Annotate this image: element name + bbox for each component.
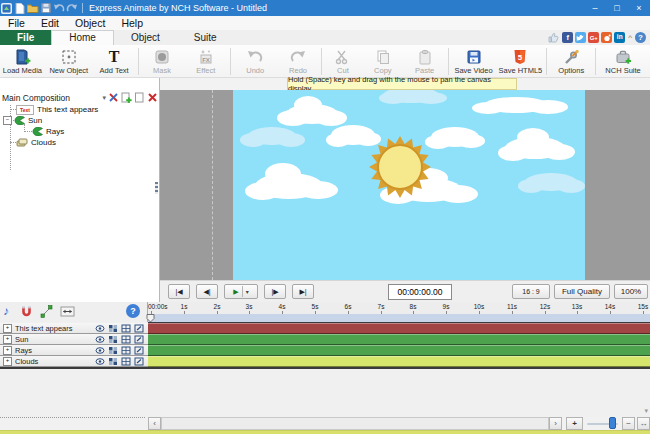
visibility-icon[interactable] — [95, 335, 105, 344]
save-project-icon[interactable] — [39, 2, 52, 14]
track-header[interactable]: + Clouds — [0, 356, 148, 367]
playhead-icon[interactable] — [146, 314, 156, 323]
audio-icon[interactable]: ♪ — [3, 304, 9, 318]
open-project-icon[interactable] — [26, 2, 39, 14]
scroll-down-icon[interactable]: ▾ — [644, 407, 648, 415]
add-composition-icon[interactable] — [120, 92, 132, 104]
linkedin-icon[interactable]: in — [614, 32, 625, 43]
isolate-icon[interactable] — [134, 324, 144, 333]
quality-icon[interactable] — [121, 346, 131, 355]
quality-icon[interactable] — [121, 357, 131, 366]
isolate-icon[interactable] — [134, 357, 144, 366]
hscroll-track[interactable] — [161, 417, 549, 430]
timeline-ruler[interactable]: 00:00s 1s 2s 3s 4s 5s 6s 7s 8s 9s 10s 11… — [148, 302, 650, 314]
zoom-out-button[interactable]: − — [622, 417, 635, 430]
expand-track-icon[interactable]: + — [3, 346, 12, 355]
quality-icon[interactable] — [121, 335, 131, 344]
track-header[interactable]: + Rays — [0, 345, 148, 356]
track-clip-bar[interactable] — [148, 323, 650, 334]
share-icon[interactable] — [601, 32, 612, 43]
scroll-left-button[interactable]: ‹ — [148, 417, 161, 430]
tab-suite[interactable]: Suite — [177, 30, 234, 45]
play-options-icon[interactable]: ▾ — [246, 288, 249, 295]
composition-panel: Main Composition ▾ Text This text appear… — [0, 78, 160, 302]
motion-blur-icon[interactable] — [108, 335, 118, 344]
new-project-icon[interactable] — [13, 2, 26, 14]
motion-blur-icon[interactable] — [108, 357, 118, 366]
like-icon[interactable] — [548, 32, 560, 43]
track-clip-bar[interactable] — [148, 345, 650, 356]
options-button[interactable]: Options — [549, 46, 593, 77]
composition-title[interactable]: Main Composition — [2, 93, 102, 103]
panel-splitter-grip[interactable] — [155, 182, 158, 194]
timecode-field[interactable] — [388, 284, 452, 300]
quality-button[interactable]: Full Quality — [554, 284, 610, 299]
new-composition-icon[interactable] — [133, 92, 145, 104]
motion-blur-icon[interactable] — [108, 346, 118, 355]
new-object-button[interactable]: New Object — [45, 46, 93, 77]
isolate-icon[interactable] — [134, 335, 144, 344]
track-clip-bar[interactable] — [148, 334, 650, 345]
save-video-button[interactable]: Save Video — [451, 46, 497, 77]
close-composition-icon[interactable] — [107, 92, 119, 104]
track-header[interactable]: + This text appears — [0, 323, 148, 334]
track-clip-bar[interactable] — [148, 356, 650, 367]
expand-track-icon[interactable]: + — [3, 324, 12, 333]
googleplus-icon[interactable]: G+ — [588, 32, 599, 43]
close-button[interactable]: × — [628, 0, 650, 16]
menu-help[interactable]: Help — [113, 17, 151, 29]
delete-composition-icon[interactable] — [146, 92, 158, 104]
twitter-icon[interactable] — [575, 32, 586, 43]
next-frame-button[interactable]: |▶ — [264, 284, 286, 299]
canvas-zoom-button[interactable]: 100% — [614, 284, 648, 299]
timeline-scrub-band[interactable] — [148, 314, 650, 323]
go-to-end-button[interactable]: ▶| — [292, 284, 314, 299]
collapse-ribbon-icon[interactable]: ^ — [628, 33, 632, 42]
fit-timeline-icon[interactable] — [60, 305, 75, 320]
load-media-button[interactable]: Load Media — [0, 46, 45, 77]
tab-object[interactable]: Object — [114, 30, 177, 45]
collapse-node-icon[interactable]: − — [3, 116, 12, 125]
previous-frame-button[interactable]: ◀| — [196, 284, 218, 299]
tab-home[interactable]: Home — [51, 30, 114, 45]
timeline-splitter[interactable] — [0, 417, 145, 418]
facebook-icon[interactable]: f — [562, 32, 573, 43]
layer-item-clouds[interactable]: Clouds — [16, 137, 56, 148]
add-text-button[interactable]: T Add Text — [93, 46, 136, 77]
layer-item-rays[interactable]: Rays — [32, 126, 64, 137]
expand-track-icon[interactable]: + — [3, 357, 12, 366]
menu-object[interactable]: Object — [67, 17, 113, 29]
layer-item-sun[interactable]: − Sun — [3, 115, 42, 126]
aspect-ratio-button[interactable]: 16 : 9 — [512, 284, 550, 299]
keyframes-icon[interactable] — [40, 305, 53, 320]
menu-file[interactable]: File — [0, 17, 33, 29]
save-html5-button[interactable]: 5 Save HTML5 — [496, 46, 544, 77]
canvas-viewport[interactable] — [160, 90, 650, 280]
expand-track-icon[interactable]: + — [3, 335, 12, 344]
fit-zoom-button[interactable]: ↔ — [637, 417, 650, 430]
scroll-right-button[interactable]: › — [549, 417, 562, 430]
minimize-button[interactable]: – — [584, 0, 606, 16]
menu-edit[interactable]: Edit — [33, 17, 67, 29]
isolate-icon[interactable] — [134, 346, 144, 355]
quality-icon[interactable] — [121, 324, 131, 333]
nch-suite-button[interactable]: NCH Suite — [598, 46, 648, 77]
visibility-icon[interactable] — [95, 357, 105, 366]
timeline-help-icon[interactable]: ? — [126, 304, 140, 318]
zoom-slider-thumb[interactable] — [609, 417, 616, 429]
maximize-button[interactable]: □ — [606, 0, 628, 16]
composition-dropdown-icon[interactable]: ▾ — [102, 94, 106, 102]
sun-object[interactable] — [369, 136, 431, 198]
help-icon[interactable]: ? — [635, 32, 646, 43]
zoom-in-button[interactable]: + — [566, 417, 583, 430]
layer-item-text[interactable]: Text This text appears — [16, 104, 98, 115]
motion-blur-icon[interactable] — [108, 324, 118, 333]
play-button[interactable]: ▶ ▾ — [224, 284, 258, 299]
canvas-scene[interactable] — [233, 90, 585, 280]
visibility-icon[interactable] — [95, 346, 105, 355]
go-to-start-button[interactable]: |◀ — [168, 284, 190, 299]
tab-file[interactable]: File — [0, 30, 51, 45]
track-header[interactable]: + Sun — [0, 334, 148, 345]
visibility-icon[interactable] — [95, 324, 105, 333]
snap-icon[interactable] — [20, 305, 33, 320]
